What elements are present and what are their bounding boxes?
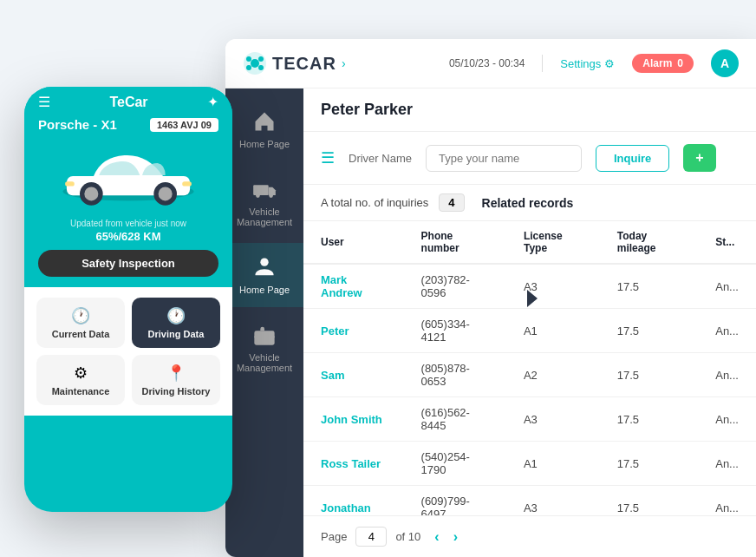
- car-plate: 1463 AVJ 09: [150, 118, 218, 132]
- svg-rect-10: [254, 331, 274, 344]
- add-button[interactable]: +: [683, 144, 715, 172]
- current-data-item[interactable]: 🕐 Current Data: [36, 298, 125, 348]
- col-status: St...: [698, 221, 756, 264]
- sidebar-item-home2[interactable]: Home Page: [225, 243, 303, 307]
- driving-data-label: Driving Data: [148, 329, 205, 339]
- data-table: User Phone number License Type Today mil…: [303, 221, 756, 515]
- phone-white-section: 🕐 Current Data 🕐 Driving Data ⚙ Maintena…: [24, 287, 232, 416]
- settings-gear-icon: ⚙: [604, 57, 615, 70]
- logo-text: TECAR: [272, 54, 336, 74]
- svg-point-3: [258, 56, 264, 62]
- driver-name-label: Driver Name: [349, 152, 412, 165]
- driving-data-item[interactable]: 🕐 Driving Data: [132, 298, 220, 348]
- logo-arrow-icon: ›: [342, 56, 346, 70]
- records-title: Related records: [482, 196, 574, 210]
- svg-point-17: [159, 187, 173, 200]
- cell-status: An...: [698, 309, 756, 353]
- col-license: License Type: [506, 221, 600, 264]
- cell-phone: (805)878-0653: [404, 353, 506, 397]
- gear-icon-maintenance: ⚙: [74, 364, 88, 383]
- cell-license: A2: [506, 353, 600, 397]
- driver-name-input[interactable]: [426, 145, 582, 172]
- page-total: of 10: [395, 530, 420, 543]
- hamburger-icon[interactable]: ☰: [38, 94, 50, 110]
- sidebar-active-arrow: [527, 290, 538, 307]
- sidebar-item-home[interactable]: Home Page: [225, 97, 303, 161]
- page-label: Page: [321, 530, 347, 543]
- phone-status-bar: ☰ TeCar ✦: [24, 87, 232, 117]
- alarm-badge[interactable]: Alarm 0: [632, 54, 694, 73]
- current-data-label: Current Data: [52, 329, 110, 339]
- cell-license: A1: [506, 442, 600, 486]
- cell-user[interactable]: John Smith: [303, 397, 404, 442]
- user-avatar[interactable]: A: [711, 49, 739, 77]
- settings-label: Settings: [560, 57, 601, 70]
- svg-point-2: [246, 56, 251, 62]
- table-row: Ross Tailer (540)254-1790 A1 17.5 An...: [303, 442, 756, 486]
- cell-user[interactable]: Mark Andrew: [303, 264, 404, 309]
- clock-icon-driving: 🕐: [166, 306, 186, 325]
- records-table: User Phone number License Type Today mil…: [303, 221, 756, 515]
- driving-history-item[interactable]: 📍 Driving History: [132, 355, 220, 405]
- briefcase-icon: [252, 323, 277, 347]
- phone-app-name: TeCar: [109, 95, 147, 110]
- svg-rect-6: [253, 185, 269, 195]
- settings-link[interactable]: Settings ⚙: [560, 57, 615, 70]
- cell-license: A3: [506, 397, 600, 442]
- table-row: Jonathan (609)799-6497 A3 17.5 An...: [303, 486, 756, 516]
- next-page-button[interactable]: ›: [448, 528, 463, 547]
- maintenance-item[interactable]: ⚙ Maintenance: [36, 355, 125, 405]
- pin-icon-history: 📍: [166, 364, 186, 383]
- cell-phone: (540)254-1790: [404, 442, 506, 486]
- cell-phone: (605)334-4121: [404, 309, 506, 353]
- car-name: Porsche - X1: [38, 117, 117, 132]
- content-header: Peter Parker: [303, 88, 756, 132]
- clock-icon-current: 🕐: [71, 306, 90, 325]
- cell-status: An...: [698, 442, 756, 486]
- table-row: Peter (605)334-4121 A1 17.5 An...: [303, 309, 756, 353]
- phone-grid: 🕐 Current Data 🕐 Driving Data ⚙ Maintena…: [36, 298, 220, 405]
- sidebar-label-home2: Home Page: [239, 285, 290, 295]
- prev-page-button[interactable]: ‹: [429, 528, 444, 547]
- svg-point-5: [258, 65, 264, 70]
- col-phone: Phone number: [404, 221, 506, 264]
- cell-user[interactable]: Peter: [303, 309, 404, 353]
- alarm-count: 0: [677, 57, 683, 69]
- svg-point-8: [269, 193, 273, 198]
- logo-area: TECAR ›: [243, 51, 346, 75]
- cell-mileage: 17.5: [600, 486, 698, 516]
- phone-mockup: ☰ TeCar ✦ Porsche - X1 1463 AVJ 09: [24, 87, 232, 512]
- records-count: 4: [439, 193, 464, 212]
- cell-mileage: 17.5: [600, 309, 698, 353]
- page-input[interactable]: [355, 527, 387, 547]
- main-content: Peter Parker ☰ Driver Name Inquire + A t…: [303, 88, 756, 557]
- pagination-nav: ‹ ›: [429, 528, 463, 547]
- svg-point-7: [256, 193, 260, 198]
- car-label: Porsche - X1 1463 AVJ 09: [38, 117, 218, 132]
- cell-status: An...: [698, 264, 756, 309]
- cell-license: A3: [506, 264, 600, 309]
- maintenance-label: Maintenance: [52, 386, 110, 396]
- table-row: John Smith (616)562-8445 A3 17.5 An...: [303, 397, 756, 442]
- search-row: ☰ Driver Name Inquire +: [303, 132, 756, 185]
- update-text: Updated from vehicle just now: [38, 219, 218, 228]
- person-icon: [252, 255, 277, 279]
- sidebar-item-vehicle1[interactable]: Vehicle Management: [225, 165, 303, 239]
- table-head: User Phone number License Type Today mil…: [303, 221, 756, 264]
- home-icon: [252, 109, 277, 134]
- cell-phone: (616)562-8445: [404, 397, 506, 442]
- cell-status: An...: [698, 397, 756, 442]
- inquire-button[interactable]: Inquire: [596, 145, 669, 172]
- safety-inspection-button[interactable]: Safety Inspection: [38, 250, 218, 277]
- cell-user[interactable]: Sam: [303, 353, 404, 397]
- sidebar-label-home: Home Page: [239, 139, 290, 149]
- cell-status: An...: [698, 353, 756, 397]
- sidebar-item-vehicle2[interactable]: Vehicle Management: [225, 311, 303, 385]
- filter-icon[interactable]: ☰: [321, 148, 335, 167]
- phone-car-section: Porsche - X1 1463 AVJ 09: [24, 117, 232, 287]
- cell-user[interactable]: Jonathan: [303, 486, 404, 516]
- sidebar-label-vehicle1: Vehicle Management: [232, 206, 297, 227]
- cell-user[interactable]: Ross Tailer: [303, 442, 404, 486]
- car-mileage: 65%/628 KM: [38, 230, 218, 243]
- datetime-label: 05/10/23 - 00:34: [449, 57, 525, 69]
